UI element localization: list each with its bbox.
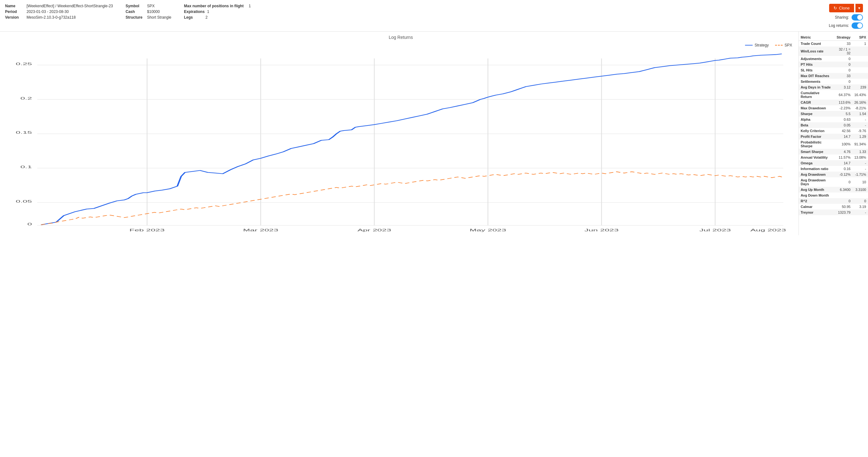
clone-button[interactable]: ↻ Clone	[829, 4, 854, 12]
svg-text:0: 0	[27, 222, 32, 226]
spx-value	[852, 47, 868, 56]
chart-legend: Strategy SPX	[3, 43, 792, 48]
meta-group-mid: Symbol SPX Cash $10000 Structure Short S…	[125, 4, 171, 20]
metric-label: Win/Loss rate	[799, 47, 833, 56]
metric-label: Beta	[799, 122, 833, 128]
spx-col-header: SPX	[852, 34, 868, 41]
spx-value: 91.34%	[852, 140, 868, 149]
cash-row: Cash $10000	[125, 9, 171, 14]
table-row: Omega 14.7 -	[799, 160, 868, 166]
table-row: Smart Sharpe 4.76 1.33	[799, 149, 868, 155]
metric-label: Avg Drawdown Days	[799, 177, 833, 187]
table-row: PT Hits 0	[799, 62, 868, 67]
strategy-value: 0.05	[833, 122, 852, 128]
spx-value: 0	[852, 198, 868, 204]
spx-value	[852, 192, 868, 198]
name-label: Name	[5, 4, 24, 8]
clone-row: ↻ Clone ▾	[829, 4, 863, 12]
chart-container: 0.25 0.2 0.15 0.1 0.05 0	[3, 49, 799, 232]
table-row: Settlements 0	[799, 79, 868, 84]
metric-col-header: Metric	[799, 34, 833, 41]
table-row: Avg Drawdown -0.12% -1.71%	[799, 172, 868, 177]
spx-value: -	[852, 117, 868, 122]
spx-line-icon	[775, 45, 783, 45]
metric-label: Trade Count	[799, 41, 833, 47]
strategy-value: 42.56	[833, 128, 852, 134]
table-row: Avg Drawdown Days 0 10	[799, 177, 868, 187]
metric-label: Avg Drawdown	[799, 172, 833, 177]
cash-label: Cash	[125, 9, 145, 14]
strategy-value: 5.5	[833, 111, 852, 117]
metric-label: Adjustments	[799, 56, 833, 62]
metric-label: Sharpe	[799, 111, 833, 117]
table-row: Sharpe 5.5 1.54	[799, 111, 868, 117]
table-row: SL Hits 0	[799, 67, 868, 73]
strategy-value: 100%	[833, 140, 852, 149]
spx-value: -	[852, 166, 868, 172]
metric-label: SL Hits	[799, 67, 833, 73]
svg-text:0.05: 0.05	[16, 200, 32, 203]
max-positions-label: Max number of positions in flight	[184, 4, 244, 8]
strategy-value: 11.57%	[833, 155, 852, 160]
period-label: Period	[5, 9, 24, 14]
svg-text:Aug 2023: Aug 2023	[750, 228, 786, 232]
version-value: MesoSim-2.10.3-0-g732a118	[27, 15, 75, 20]
metric-label: Profit Factor	[799, 134, 833, 140]
metric-label: Settlements	[799, 79, 833, 84]
metric-label: Probabilistic Sharpe	[799, 140, 833, 149]
sharing-row: Sharing:	[835, 14, 863, 21]
metric-label: Calmar	[799, 204, 833, 210]
spx-value: -	[852, 122, 868, 128]
meta-group-right: Max number of positions in flight 1 Expi…	[184, 4, 251, 20]
spx-value	[852, 73, 868, 79]
metrics-panel: Metric Strategy SPX Trade Count 33 1 Win…	[799, 32, 868, 235]
table-row: Adjustments 0	[799, 56, 868, 62]
clone-label: Clone	[839, 6, 850, 10]
expirations-label: Expirations	[184, 9, 205, 14]
strategy-value: 14.7	[833, 134, 852, 140]
svg-text:Feb 2023: Feb 2023	[130, 228, 165, 232]
svg-text:Jun 2023: Jun 2023	[585, 228, 619, 232]
spx-value: 1.33	[852, 149, 868, 155]
sharing-toggle[interactable]	[851, 14, 863, 21]
strategy-value: 3.12	[833, 84, 852, 90]
table-row: Avg Days in Trade 3.12 239	[799, 84, 868, 90]
structure-label: Structure	[125, 15, 145, 20]
strategy-value: 0	[833, 79, 852, 84]
table-row: Max DIT Reaches 33	[799, 73, 868, 79]
symbol-label: Symbol	[125, 4, 145, 8]
metric-label: CAGR	[799, 99, 833, 105]
svg-text:0.15: 0.15	[16, 130, 32, 134]
actions-panel: ↻ Clone ▾ Sharing: Log returns:	[829, 4, 863, 29]
spx-value	[852, 62, 868, 67]
strategy-value: 33	[833, 73, 852, 79]
expirations-value: 1	[207, 9, 209, 14]
spx-value: -	[852, 160, 868, 166]
sharing-label: Sharing:	[835, 15, 849, 20]
page-header: Name [WeekendEffect] / WeekendEffect-Sho…	[0, 0, 868, 32]
clone-dropdown-button[interactable]: ▾	[855, 4, 863, 12]
name-value: [WeekendEffect] / WeekendEffect-ShortStr…	[27, 4, 113, 8]
strategy-value: 0.16	[833, 166, 852, 172]
spx-value: 3.3100	[852, 187, 868, 192]
strategy-value: 0	[833, 62, 852, 67]
table-row: Probabilistic Sharpe 100% 91.34%	[799, 140, 868, 149]
strategy-value: 32 / 1 = 32	[833, 47, 852, 56]
strategy-value: 0	[833, 177, 852, 187]
metric-label: Alpha	[799, 117, 833, 122]
name-row: Name [WeekendEffect] / WeekendEffect-Sho…	[5, 4, 113, 8]
table-row: Kelly Criterion 42.56 -9.76	[799, 128, 868, 134]
spx-value: 26.16%	[852, 99, 868, 105]
strategy-line-icon	[745, 45, 753, 45]
spx-value	[852, 79, 868, 84]
spx-value: -8.21%	[852, 105, 868, 111]
table-row: Trade Count 33 1	[799, 41, 868, 47]
max-positions-row: Max number of positions in flight 1	[184, 4, 251, 8]
table-row: Calmar 50.95 3.19	[799, 204, 868, 210]
metric-label: Information ratio	[799, 166, 833, 172]
spx-value	[852, 56, 868, 62]
log-returns-label: Log returns:	[829, 23, 849, 28]
metric-label: Omega	[799, 160, 833, 166]
meta-group-left: Name [WeekendEffect] / WeekendEffect-Sho…	[5, 4, 113, 20]
log-returns-toggle[interactable]	[851, 23, 863, 29]
